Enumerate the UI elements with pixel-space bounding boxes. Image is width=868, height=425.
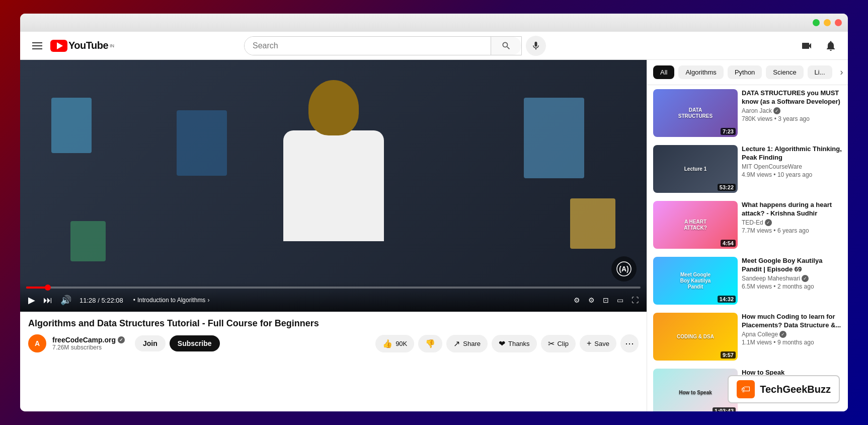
rec-info: Lecture 1: Algorithmic Thinking, Peak Fi… xyxy=(742,145,842,193)
dislike-button[interactable]: 👎 xyxy=(418,335,442,352)
close-button[interactable] xyxy=(835,19,842,26)
create-button[interactable] xyxy=(798,37,816,55)
country-label: IN xyxy=(110,43,114,48)
title-bar xyxy=(20,14,848,32)
youtube-logo[interactable]: YouTubeIN xyxy=(50,40,114,52)
rec-thumbnail: A HEART ATTACK? 4:54 xyxy=(653,201,738,249)
theater-button[interactable]: ▭ xyxy=(615,294,625,306)
chip-algorithms[interactable]: Algorithms xyxy=(678,65,723,79)
thumb-label: A HEART ATTACK? xyxy=(674,217,717,233)
rec-duration: 14:32 xyxy=(718,296,736,303)
rec-item[interactable]: Meet Google Boy Kautilya Pandit 14:32 Me… xyxy=(647,253,848,309)
channel-row: A freeCodeCamp.org ✓ 7.26M subscribers J… xyxy=(28,334,639,352)
create-icon xyxy=(801,40,813,52)
fullscreen-button[interactable]: ⛶ xyxy=(629,294,641,306)
progress-dot xyxy=(45,285,51,291)
time-current: 11:28 xyxy=(80,297,96,304)
rec-item[interactable]: Lecture 1 53:22 Lecture 1: Algorithmic T… xyxy=(647,141,848,197)
youtube-wordmark: YouTube xyxy=(68,40,108,51)
rec-meta: 6.5M views • 2 months ago xyxy=(742,283,842,290)
like-button[interactable]: 👍 90K xyxy=(375,335,414,352)
mic-button[interactable] xyxy=(526,36,546,56)
miniplayer-button[interactable]: ⊡ xyxy=(601,294,611,306)
bg-rect-2 xyxy=(177,110,227,176)
video-thumbnail: (A) xyxy=(20,60,647,312)
verified-icon: ✓ xyxy=(773,107,780,114)
person-head xyxy=(308,80,359,135)
browser-window: YouTubeIN xyxy=(20,14,848,411)
rec-item[interactable]: CODING & DSA 9:57 How much Coding to lea… xyxy=(647,309,848,365)
search-button[interactable] xyxy=(491,37,521,55)
subtitles-button[interactable]: ⚙ xyxy=(572,294,582,306)
notifications-button[interactable] xyxy=(822,37,840,55)
logo-area: YouTubeIN xyxy=(28,38,114,53)
chip-all[interactable]: All xyxy=(653,65,674,79)
thumb-label: DATA STRUCTURES xyxy=(674,105,717,121)
chapter-text[interactable]: • Introduction to Algorithms › xyxy=(133,297,210,304)
clip-icon: ✂ xyxy=(548,339,555,348)
chip-science[interactable]: Science xyxy=(766,65,803,79)
thanks-button[interactable]: ❤ Thanks xyxy=(492,335,537,352)
video-section: (A) ▶ ⏭ xyxy=(20,60,647,411)
channel-watermark-icon: (A) xyxy=(616,261,632,276)
more-button[interactable]: ⋯ xyxy=(620,334,639,352)
subscribe-button[interactable]: Subscribe xyxy=(170,335,220,351)
chip-python[interactable]: Python xyxy=(728,65,762,79)
bg-rect-3 xyxy=(524,98,584,178)
minimize-button[interactable] xyxy=(824,19,831,26)
rec-channel: Aaron Jack ✓ xyxy=(742,107,842,114)
rec-duration: 9:57 xyxy=(721,351,736,359)
thumb-label: Meet Google Boy Kautilya Pandit xyxy=(674,270,717,292)
rec-meta: 1.1M views • 9 months ago xyxy=(742,339,842,346)
rec-title: What happens during a heart attack? - Kr… xyxy=(742,201,842,218)
save-icon: + xyxy=(587,339,591,348)
video-player[interactable]: (A) ▶ ⏭ xyxy=(20,60,647,312)
rec-meta: 7.7M views • 6 years ago xyxy=(742,227,842,234)
rec-channel: Apna College ✓ xyxy=(742,331,842,338)
rec-duration: 7:23 xyxy=(721,128,736,135)
filter-chips: All Algorithms Python Science Li... › xyxy=(647,60,848,85)
youtube-app: YouTubeIN xyxy=(20,32,848,411)
maximize-button[interactable] xyxy=(813,19,820,26)
chevron-right-icon: › xyxy=(207,297,209,304)
hamburger-menu[interactable] xyxy=(28,38,46,53)
play-button[interactable]: ▶ xyxy=(26,293,37,308)
thumb-label: How to Speak xyxy=(677,388,714,398)
rec-info: Meet Google Boy Kautilya Pandit | Episod… xyxy=(742,257,842,305)
techgeekbuzz-badge: 🏷 TechGeekBuzz xyxy=(728,375,840,403)
next-button[interactable]: ⏭ xyxy=(41,293,54,308)
controls-row: ▶ ⏭ 🔊 11:28 / 5:22:08 • Introduction to … xyxy=(26,293,641,308)
verified-icon: ✓ xyxy=(802,275,809,282)
search-bar xyxy=(244,36,546,56)
thumb-label: Lecture 1 xyxy=(682,164,708,174)
rec-channel: MIT OpenCourseWare xyxy=(742,163,842,170)
rec-item[interactable]: DATA STRUCTURES 7:23 DATA STRUCTURES you… xyxy=(647,85,848,141)
progress-bar[interactable] xyxy=(26,287,641,289)
techgeekbuzz-logo: 🏷 xyxy=(737,380,755,398)
chips-arrow-button[interactable]: › xyxy=(836,65,847,80)
search-input[interactable] xyxy=(245,37,491,55)
rec-title: How much Coding to learn for Placements?… xyxy=(742,313,842,330)
like-icon: 👍 xyxy=(382,339,392,348)
settings-button[interactable]: ⚙ xyxy=(586,294,597,306)
main-content: (A) ▶ ⏭ xyxy=(20,60,848,411)
video-controls: ▶ ⏭ 🔊 11:28 / 5:22:08 • Introduction to … xyxy=(20,282,647,312)
rec-channel: TED-Ed ✓ xyxy=(742,219,842,226)
chip-more[interactable]: Li... xyxy=(808,65,832,79)
thumb-label: CODING & DSA xyxy=(675,332,716,342)
volume-button[interactable]: 🔊 xyxy=(58,293,73,308)
rec-info: What happens during a heart attack? - Kr… xyxy=(742,201,842,249)
sidebar: All Algorithms Python Science Li... › DA… xyxy=(647,60,848,411)
join-button[interactable]: Join xyxy=(135,335,166,351)
video-info: Algorithms and Data Structures Tutorial … xyxy=(20,312,647,359)
thanks-icon: ❤ xyxy=(499,339,505,348)
clip-button[interactable]: ✂ Clip xyxy=(541,335,576,352)
rec-item[interactable]: A HEART ATTACK? 4:54 What happens during… xyxy=(647,197,848,253)
mic-icon xyxy=(531,41,541,51)
verified-icon: ✓ xyxy=(118,336,125,343)
share-button[interactable]: ↗ Share xyxy=(446,335,488,352)
save-button[interactable]: + Save xyxy=(580,335,616,352)
rec-thumbnail: CODING & DSA 9:57 xyxy=(653,313,738,361)
channel-name-text[interactable]: freeCodeCamp.org xyxy=(52,336,116,344)
bg-rect-4 xyxy=(570,198,615,249)
